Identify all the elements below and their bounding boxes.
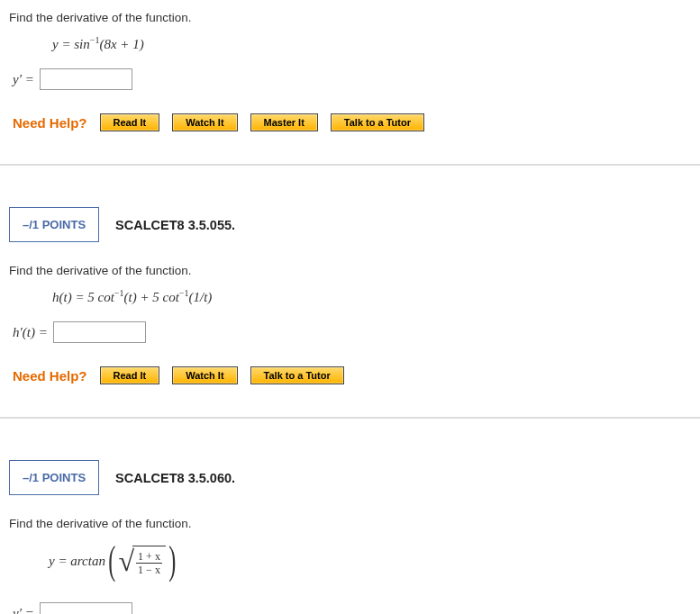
problem-3: –/1 POINTS SCALCET8 3.5.060. Find the de… xyxy=(0,418,700,614)
need-help-label: Need Help? xyxy=(13,368,87,384)
problem-header: –/1 POINTS SCALCET8 3.5.055. xyxy=(9,207,700,242)
master-it-button[interactable]: Master It xyxy=(250,113,318,131)
problem-header: –/1 POINTS SCALCET8 3.5.060. xyxy=(9,460,700,495)
fraction: 1 + x 1 − x xyxy=(136,550,162,576)
answer-input[interactable] xyxy=(40,602,132,614)
radical: √ 1 + x 1 − x xyxy=(119,546,166,576)
answer-input[interactable] xyxy=(40,68,132,90)
watch-it-button[interactable]: Watch It xyxy=(172,113,237,131)
right-paren: ) xyxy=(168,541,176,581)
problem-equation: y = sin−1(8x + 1) xyxy=(52,35,700,52)
answer-label: y′ = xyxy=(13,72,34,87)
problem-2: –/1 POINTS SCALCET8 3.5.055. Find the de… xyxy=(0,165,700,418)
fraction-numerator: 1 + x xyxy=(136,550,162,564)
answer-row: y′ = xyxy=(13,68,700,90)
problem-equation: y = arctan ( √ 1 + x 1 − x ) xyxy=(49,541,700,581)
watch-it-button[interactable]: Watch It xyxy=(172,366,237,384)
reference-label: SCALCET8 3.5.060. xyxy=(115,471,235,485)
problem-prompt: Find the derivative of the function. xyxy=(9,517,700,530)
fraction-denominator: 1 − x xyxy=(136,564,162,576)
equation-lhs: y = arctan xyxy=(49,554,105,569)
talk-tutor-button[interactable]: Talk to a Tutor xyxy=(250,366,344,384)
answer-label: h′(t) = xyxy=(13,325,48,340)
problem-1: Find the derivative of the function. y =… xyxy=(0,0,700,165)
need-help-row: Need Help? Read It Watch It Master It Ta… xyxy=(13,113,700,131)
left-paren: ( xyxy=(108,541,115,581)
read-it-button[interactable]: Read It xyxy=(100,113,160,131)
points-box[interactable]: –/1 POINTS xyxy=(9,460,99,495)
answer-row: y′ = xyxy=(13,602,700,614)
problem-prompt: Find the derivative of the function. xyxy=(9,264,700,277)
answer-label: y′ = xyxy=(13,606,34,615)
problem-prompt: Find the derivative of the function. xyxy=(9,11,700,24)
need-help-label: Need Help? xyxy=(13,115,87,131)
read-it-button[interactable]: Read It xyxy=(100,366,160,384)
reference-label: SCALCET8 3.5.055. xyxy=(115,218,235,232)
answer-row: h′(t) = xyxy=(13,321,700,343)
problem-equation: h(t) = 5 cot−1(t) + 5 cot−1(1/t) xyxy=(52,288,700,305)
answer-input[interactable] xyxy=(53,321,146,343)
points-box[interactable]: –/1 POINTS xyxy=(9,207,99,242)
need-help-row: Need Help? Read It Watch It Talk to a Tu… xyxy=(13,366,700,384)
talk-tutor-button[interactable]: Talk to a Tutor xyxy=(331,113,424,131)
